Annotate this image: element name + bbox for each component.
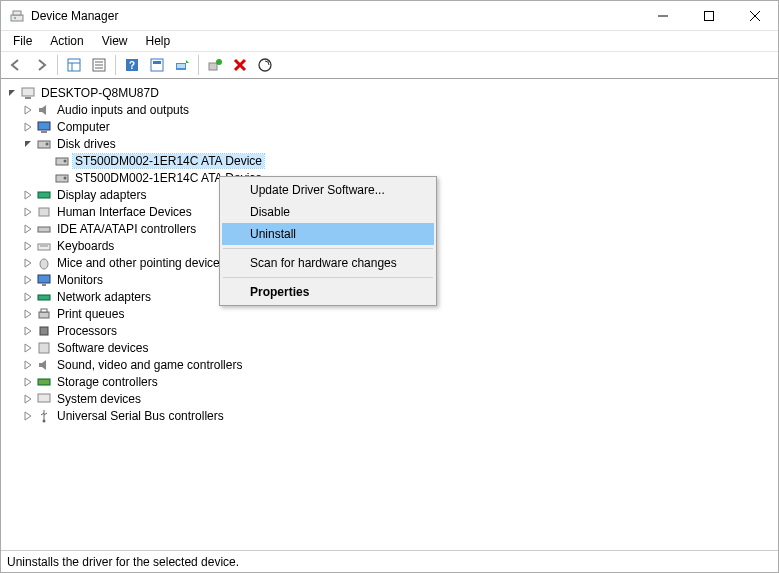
svg-rect-43 [41, 309, 47, 312]
svg-point-48 [43, 419, 46, 422]
hid-icon [36, 204, 52, 220]
enable-button[interactable] [204, 54, 226, 76]
context-scan[interactable]: Scan for hardware changes [222, 252, 434, 274]
svg-rect-17 [153, 61, 161, 64]
tree-label: Monitors [55, 273, 105, 287]
forward-button[interactable] [30, 54, 52, 76]
context-update-driver[interactable]: Update Driver Software... [222, 179, 434, 201]
expand-icon[interactable] [21, 392, 35, 406]
expand-icon[interactable] [21, 307, 35, 321]
software-icon [36, 340, 52, 356]
tree-label: Sound, video and game controllers [55, 358, 244, 372]
toolbar-separator [198, 55, 199, 75]
minimize-button[interactable] [640, 1, 686, 31]
sound-icon [36, 357, 52, 373]
svg-rect-40 [42, 284, 46, 286]
tree-item-processors[interactable]: Processors [1, 322, 778, 339]
computer-icon [20, 85, 36, 101]
back-button[interactable] [5, 54, 27, 76]
action-button[interactable] [146, 54, 168, 76]
svg-point-2 [14, 17, 16, 19]
expand-icon[interactable] [21, 103, 35, 117]
svg-rect-16 [151, 59, 163, 71]
app-icon [9, 8, 25, 24]
disk-icon [54, 170, 70, 186]
menubar: File Action View Help [1, 31, 778, 51]
context-separator [223, 248, 433, 249]
expand-icon[interactable] [21, 120, 35, 134]
tree-item-storage[interactable]: Storage controllers [1, 373, 778, 390]
tree-item-software[interactable]: Software devices [1, 339, 778, 356]
expand-icon[interactable] [21, 358, 35, 372]
context-separator [223, 277, 433, 278]
expand-icon[interactable] [21, 409, 35, 423]
tree-item-printqueues[interactable]: Print queues [1, 305, 778, 322]
properties-button[interactable] [88, 54, 110, 76]
svg-rect-1 [13, 11, 21, 15]
collapse-icon[interactable] [21, 137, 35, 151]
close-button[interactable] [732, 1, 778, 31]
update-driver-button[interactable] [171, 54, 193, 76]
menu-file[interactable]: File [5, 33, 40, 49]
context-disable[interactable]: Disable [222, 201, 434, 223]
svg-rect-36 [38, 244, 50, 250]
expand-icon[interactable] [21, 256, 35, 270]
tree-label: System devices [55, 392, 143, 406]
expand-icon[interactable] [21, 188, 35, 202]
tree-label: Mice and other pointing devices [55, 256, 228, 270]
ide-icon [36, 221, 52, 237]
tree-label: Universal Serial Bus controllers [55, 409, 226, 423]
expand-icon[interactable] [21, 205, 35, 219]
tree-label: Software devices [55, 341, 150, 355]
collapse-icon[interactable] [5, 86, 19, 100]
tree-item-sound[interactable]: Sound, video and game controllers [1, 356, 778, 373]
printer-icon [36, 306, 52, 322]
tree-label: Computer [55, 120, 112, 134]
expand-icon[interactable] [21, 273, 35, 287]
expand-icon[interactable] [21, 375, 35, 389]
tree-root[interactable]: DESKTOP-Q8MU87D [1, 84, 778, 101]
tree-label: DESKTOP-Q8MU87D [39, 86, 161, 100]
expand-spacer [39, 154, 53, 168]
tree-item-diskdrives[interactable]: Disk drives [1, 135, 778, 152]
expand-icon[interactable] [21, 341, 35, 355]
disk-icon [54, 153, 70, 169]
context-properties[interactable]: Properties [222, 281, 434, 303]
tree-item-system[interactable]: System devices [1, 390, 778, 407]
help-button[interactable]: ? [121, 54, 143, 76]
device-tree[interactable]: DESKTOP-Q8MU87D Audio inputs and outputs… [1, 79, 778, 550]
expand-icon[interactable] [21, 222, 35, 236]
tree-item-audio[interactable]: Audio inputs and outputs [1, 101, 778, 118]
svg-rect-39 [38, 275, 50, 283]
svg-rect-19 [177, 64, 185, 68]
keyboard-icon [36, 238, 52, 254]
menu-help[interactable]: Help [138, 33, 179, 49]
expand-icon[interactable] [21, 324, 35, 338]
tree-label: Human Interface Devices [55, 205, 194, 219]
svg-rect-26 [41, 131, 47, 133]
tree-label: Keyboards [55, 239, 116, 253]
svg-rect-41 [38, 295, 50, 300]
show-hide-tree-button[interactable] [63, 54, 85, 76]
monitor-icon [36, 119, 52, 135]
expand-icon[interactable] [21, 290, 35, 304]
scan-hardware-button[interactable] [254, 54, 276, 76]
uninstall-button[interactable] [229, 54, 251, 76]
display-icon [36, 187, 52, 203]
svg-point-28 [46, 142, 49, 145]
tree-item-usb[interactable]: Universal Serial Bus controllers [1, 407, 778, 424]
menu-action[interactable]: Action [42, 33, 91, 49]
expand-icon[interactable] [21, 239, 35, 253]
disk-icon [36, 136, 52, 152]
tree-item-computer[interactable]: Computer [1, 118, 778, 135]
svg-rect-44 [40, 327, 48, 335]
mouse-icon [36, 255, 52, 271]
tree-label: Storage controllers [55, 375, 160, 389]
menu-view[interactable]: View [94, 33, 136, 49]
maximize-button[interactable] [686, 1, 732, 31]
toolbar-separator [115, 55, 116, 75]
svg-rect-23 [22, 88, 34, 96]
tree-item-disk1[interactable]: ST500DM002-1ER14C ATA Device [1, 152, 778, 169]
context-uninstall[interactable]: Uninstall [222, 223, 434, 245]
svg-text:?: ? [129, 60, 135, 71]
